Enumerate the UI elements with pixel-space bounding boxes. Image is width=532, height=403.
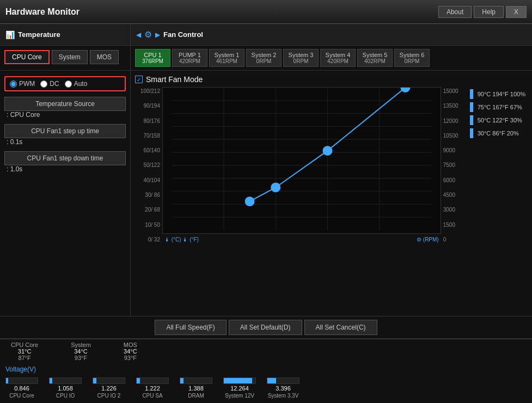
step-up-button[interactable]: CPU Fan1 step up time — [4, 124, 126, 138]
legend-text-3: 30°C 86°F 20% — [478, 130, 519, 137]
legend-bar-1 — [470, 102, 473, 112]
voltage-value-sys33v: 3.396 — [276, 385, 291, 392]
fan-curve-chart[interactable] — [162, 87, 441, 234]
y-left-7: 30/ 86 — [137, 192, 160, 198]
fan-tab-sys1-rpm: 461RPM — [214, 58, 240, 64]
voltage-value-cpu-io2: 1.226 — [101, 385, 117, 392]
chart-with-axes: 100/212 90/194 80/176 70/158 60/140 50/1… — [135, 87, 466, 244]
y-left-0: 100/212 — [137, 88, 160, 94]
status-mos-c: 34°C — [124, 348, 137, 355]
voltage-bar-cpu-io — [49, 377, 82, 384]
smart-fan-checkbox[interactable]: ✓ — [135, 76, 143, 83]
help-button[interactable]: Help — [474, 6, 504, 18]
chart-point-3[interactable] — [323, 146, 332, 155]
fan-tab-pump1[interactable]: PUMP 1 420RPM — [172, 49, 207, 67]
y-left-1: 90/194 — [137, 103, 160, 109]
fan-tab-sys3-rpm: 0RPM — [288, 58, 314, 64]
voltage-value-cpu-core: 0.846 — [14, 385, 29, 392]
radio-pwm-label: PWM — [19, 80, 35, 88]
status-system-c: 34°C — [74, 348, 88, 355]
fan-control-panel: ◀ ⚙ ▶ Fan Control CPU 1 376RPM PUMP 1 42… — [131, 24, 532, 70]
fan-icon: ⚙ — [144, 29, 152, 40]
step-down-value: : 1.0s — [4, 165, 126, 173]
legend-text-2: 50°C 122°F 30% — [478, 117, 522, 123]
fan-tab-sys2[interactable]: System 2 0RPM — [246, 49, 282, 67]
chart-point-4[interactable] — [401, 87, 409, 92]
radio-auto[interactable]: Auto — [65, 80, 88, 88]
smart-fan-title: Smart Fan Mode — [146, 75, 203, 84]
fan-mode-radio-group: PWM DC Auto — [4, 76, 126, 91]
fan-tab-sys5[interactable]: System 5 402RPM — [357, 49, 393, 67]
temp-source-value: : CPU Core — [4, 111, 126, 119]
fan-tab-sys5-rpm: 402RPM — [362, 58, 388, 64]
chart-point-2[interactable] — [271, 183, 280, 192]
fan-tab-sys4-rpm: 420RPM — [325, 58, 351, 64]
app-title: Hardware Monitor — [5, 7, 438, 17]
temperature-panel: 📊 Temperature CPU Core System MOS — [0, 24, 131, 70]
voltage-name-cpu-io: CPU IO — [56, 393, 75, 399]
fan-tab-sys4[interactable]: System 4 420RPM — [320, 49, 356, 67]
close-button[interactable]: X — [506, 6, 527, 18]
tab-cpu-core[interactable]: CPU Core — [4, 50, 50, 64]
fan-tab-sys6[interactable]: System 6 0RPM — [394, 49, 430, 67]
fan-tab-sys2-name: System 2 — [251, 52, 277, 58]
status-mos: MOS 34°C 93°F — [124, 342, 137, 361]
chart-point-1[interactable] — [246, 197, 254, 206]
voltage-bar-fill-dram — [180, 378, 184, 383]
status-system: System 34°C 93°F — [71, 342, 91, 361]
radio-auto-input[interactable] — [65, 80, 72, 88]
radio-dc-label: DC — [50, 80, 59, 88]
voltage-bar-fill-cpu-sa — [137, 378, 140, 383]
voltage-bar-cpu-io2 — [93, 377, 125, 384]
fan-tab-sys6-name: System 6 — [399, 52, 425, 58]
fan-tab-sys3[interactable]: System 3 0RPM — [283, 49, 319, 67]
fan-tab-sys1[interactable]: System 1 461RPM — [209, 49, 244, 67]
about-button[interactable]: About — [438, 6, 472, 18]
y-left-10: 0/ 32 — [137, 237, 160, 243]
y-left-8: 20/ 68 — [137, 207, 160, 213]
status-bar: CPU Core 31°C 87°F System 34°C 93°F MOS … — [0, 338, 532, 363]
legend-item-1: 75°C 167°F 67% — [470, 102, 525, 112]
tab-mos[interactable]: MOS — [90, 50, 119, 64]
legend-panel: 90°C 194°F 100% 75°C 167°F 67% 50°C 122°… — [468, 87, 528, 244]
voltage-title: Voltage(V) — [5, 365, 527, 373]
all-set-cancel-button[interactable]: All Set Cancel(C) — [304, 320, 377, 335]
temperature-icon: 📊 — [5, 30, 15, 39]
temp-source-button[interactable]: Temperature Source — [4, 97, 126, 111]
fan-tab-sys3-name: System 3 — [288, 52, 314, 58]
rpm-icon: ⚙ (RPM) — [417, 237, 439, 243]
radio-dc-input[interactable] — [40, 80, 47, 88]
step-up-group: CPU Fan1 step up time : 0.1s — [4, 124, 126, 146]
all-set-default-button[interactable]: All Set Default(D) — [229, 320, 302, 335]
tab-system[interactable]: System — [52, 50, 88, 64]
bottom-buttons: All Full Speed(F) All Set Default(D) All… — [0, 316, 532, 338]
fan-tab-cpu1[interactable]: CPU 1 376RPM — [135, 49, 170, 67]
fan-tab-pump1-name: PUMP 1 — [177, 52, 203, 58]
y-right-4: 9000 — [443, 147, 463, 153]
status-cpu-core-label: CPU Core — [11, 342, 38, 348]
voltage-item-cpu-io: 1.058 CPU IO — [49, 377, 82, 399]
voltage-bar-fill-sys12v — [224, 378, 252, 383]
left-controls: PWM DC Auto Temperature Source : CPU Cor… — [0, 71, 131, 316]
voltage-bar-fill-cpu-io2 — [93, 378, 96, 383]
voltage-name-cpu-core: CPU Core — [9, 393, 34, 399]
y-right-0: 15000 — [443, 88, 463, 94]
radio-pwm[interactable]: PWM — [10, 80, 35, 88]
radio-auto-label: Auto — [74, 80, 88, 88]
temperature-tabs: CPU Core System MOS — [0, 46, 130, 66]
voltage-item-cpu-sa: 1.222 CPU SA — [136, 377, 169, 399]
step-up-value: : 0.1s — [4, 138, 126, 146]
step-down-button[interactable]: CPU Fan1 step down time — [4, 151, 126, 165]
all-full-speed-button[interactable]: All Full Speed(F) — [155, 320, 226, 335]
step-down-group: CPU Fan1 step down time : 1.0s — [4, 151, 126, 173]
fan-tab-sys5-name: System 5 — [362, 52, 388, 58]
fan-tab-sys2-rpm: 0RPM — [251, 58, 277, 64]
title-bar: Hardware Monitor About Help X — [0, 0, 532, 24]
voltage-bar-sys12v — [223, 377, 256, 384]
legend-item-2: 50°C 122°F 30% — [470, 115, 525, 125]
radio-dc[interactable]: DC — [40, 80, 59, 88]
radio-pwm-input[interactable] — [10, 80, 17, 88]
status-system-label: System — [71, 342, 91, 348]
y-right-10: 0 — [443, 237, 463, 243]
voltage-item-dram: 1.388 DRAM — [180, 377, 212, 399]
